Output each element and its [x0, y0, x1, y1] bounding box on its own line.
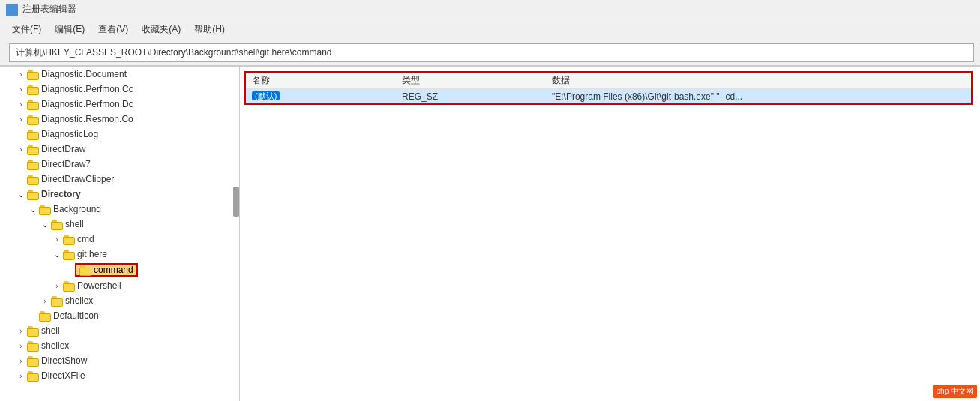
- folder-icon: [79, 265, 91, 275]
- menu-bar: 文件(F) 编辑(E) 查看(V) 收藏夹(A) 帮助(H): [0, 19, 980, 40]
- right-pane: 名称 类型 数据 (默认) REG_SZ "E:\Program Files (…: [240, 67, 980, 401]
- toggle-icon: ›: [15, 115, 27, 124]
- tree-item-diagnostic-resmon-co[interactable]: › Diagnostic.Resmon.Co: [0, 112, 239, 127]
- command-label: command: [94, 265, 133, 275]
- title-bar-text: 注册表编辑器: [22, 3, 76, 16]
- scrollbar-indicator[interactable]: [233, 187, 239, 217]
- registry-table: 名称 类型 数据 (默认) REG_SZ "E:\Program Files (…: [246, 73, 971, 103]
- tree-item-command[interactable]: command: [0, 262, 239, 278]
- tree-item-shellex[interactable]: › shellex: [0, 293, 239, 308]
- title-bar: 注册表编辑器: [0, 0, 980, 19]
- tree-item-directdraw7[interactable]: DirectDraw7: [0, 157, 239, 172]
- toggle-icon: ⌄: [27, 205, 39, 214]
- toggle-icon: ›: [51, 235, 63, 244]
- item-label: shell: [41, 325, 60, 336]
- item-label: shellex: [65, 295, 93, 306]
- folder-icon: [27, 190, 39, 199]
- toggle-icon: ›: [15, 357, 27, 365]
- folder-icon: [51, 296, 63, 306]
- menu-help[interactable]: 帮助(H): [188, 22, 231, 37]
- item-label: Directory: [41, 189, 81, 199]
- address-bar[interactable]: 计算机\HKEY_CLASSES_ROOT\Directory\Backgrou…: [9, 43, 974, 62]
- item-label: DirectDraw: [41, 144, 85, 154]
- item-label: Diagnostic.Resmon.Co: [41, 114, 133, 124]
- col-type: 类型: [396, 73, 546, 89]
- tree-item-shell[interactable]: ⌄ shell: [0, 217, 239, 232]
- folder-icon: [39, 311, 51, 321]
- row-type: REG_SZ: [396, 89, 546, 104]
- item-label: Diagnostic.Perfmon.Cc: [41, 84, 133, 94]
- tree-item-git-here[interactable]: ⌄ git here: [0, 247, 239, 262]
- folder-icon: [27, 371, 39, 381]
- toggle-icon: ⌄: [39, 220, 51, 229]
- registry-table-container: 名称 类型 数据 (默认) REG_SZ "E:\Program Files (…: [244, 71, 973, 105]
- folder-icon: [39, 205, 51, 214]
- main-content: › Diagnostic.Document › Diagnostic.Perfm…: [0, 66, 980, 401]
- item-label: DiagnosticLog: [41, 129, 98, 139]
- item-label: Powershell: [77, 280, 121, 291]
- tree-item-diagnosticlog[interactable]: DiagnosticLog: [0, 127, 239, 142]
- tree-item-directdrawclipper[interactable]: DirectDrawClipper: [0, 172, 239, 187]
- toggle-icon: ›: [15, 100, 27, 109]
- folder-icon: [27, 85, 39, 94]
- item-label: DirectDrawClipper: [41, 174, 114, 184]
- tree-item-diagnostic-perfmon-dc[interactable]: › Diagnostic.Perfmon.Dc: [0, 97, 239, 112]
- folder-icon: [27, 356, 39, 366]
- tree-item-powershell[interactable]: › Powershell: [0, 278, 239, 293]
- tree-item-directshow[interactable]: › DirectShow: [0, 353, 239, 368]
- toggle-icon: ⌄: [51, 250, 63, 259]
- toggle-icon: ⌄: [15, 190, 27, 199]
- item-label: Diagnostic.Document: [41, 69, 127, 79]
- tree-item-diagnostic-perfmon-cc[interactable]: › Diagnostic.Perfmon.Cc: [0, 82, 239, 97]
- row-data: "E:\Program Files (x86)\Git\git-bash.exe…: [546, 89, 971, 104]
- folder-icon: [63, 250, 75, 259]
- col-data: 数据: [546, 73, 971, 89]
- menu-view[interactable]: 查看(V): [92, 22, 134, 37]
- regedit-icon: [6, 4, 18, 16]
- tree-item-diagnostic-document[interactable]: › Diagnostic.Document: [0, 67, 239, 82]
- folder-icon: [27, 115, 39, 124]
- menu-edit[interactable]: 编辑(E): [49, 22, 91, 37]
- toggle-icon: ›: [15, 342, 27, 350]
- tree-item-shell2[interactable]: › shell: [0, 323, 239, 338]
- folder-icon: [63, 281, 75, 291]
- tree-item-shellex2[interactable]: › shellex: [0, 338, 239, 353]
- toggle-icon: ›: [15, 327, 27, 335]
- tree-item-cmd[interactable]: › cmd: [0, 232, 239, 247]
- folder-icon: [27, 326, 39, 336]
- row-name: (默认): [246, 89, 396, 104]
- toggle-icon: ›: [15, 145, 27, 154]
- item-label: Background: [53, 204, 101, 214]
- menu-file[interactable]: 文件(F): [6, 22, 47, 37]
- col-name: 名称: [246, 73, 396, 89]
- item-label: DefaultIcon: [53, 310, 99, 321]
- item-label: cmd: [77, 234, 94, 244]
- item-label: shellex: [41, 340, 69, 351]
- toggle-icon: ›: [51, 282, 63, 290]
- tree-item-directdraw[interactable]: › DirectDraw: [0, 142, 239, 157]
- table-row[interactable]: (默认) REG_SZ "E:\Program Files (x86)\Git\…: [246, 89, 971, 104]
- folder-icon: [27, 70, 39, 79]
- watermark: php 中文网: [933, 385, 977, 398]
- folder-icon: [27, 175, 39, 184]
- folder-icon: [27, 160, 39, 169]
- tree-item-defaulticon[interactable]: DefaultIcon: [0, 308, 239, 323]
- tree-item-background[interactable]: ⌄ Background: [0, 202, 239, 217]
- tree-item-directory[interactable]: ⌄ Directory: [0, 187, 239, 202]
- folder-icon: [51, 220, 63, 229]
- menu-bookmarks[interactable]: 收藏夹(A): [136, 22, 187, 37]
- folder-icon: [63, 235, 75, 244]
- item-label: shell: [65, 219, 84, 229]
- item-label: DirectDraw7: [41, 159, 91, 169]
- folder-icon: [27, 341, 39, 351]
- folder-icon: [27, 100, 39, 109]
- tree-item-directxfile[interactable]: › DirectXFile: [0, 368, 239, 383]
- toggle-icon: ›: [15, 372, 27, 380]
- tree-pane[interactable]: › Diagnostic.Document › Diagnostic.Perfm…: [0, 67, 240, 401]
- item-label: DirectShow: [41, 355, 87, 366]
- toggle-icon: ›: [39, 297, 51, 305]
- toggle-icon: ›: [15, 85, 27, 94]
- item-label: DirectXFile: [41, 370, 85, 381]
- folder-icon: [27, 130, 39, 139]
- folder-icon: [27, 145, 39, 154]
